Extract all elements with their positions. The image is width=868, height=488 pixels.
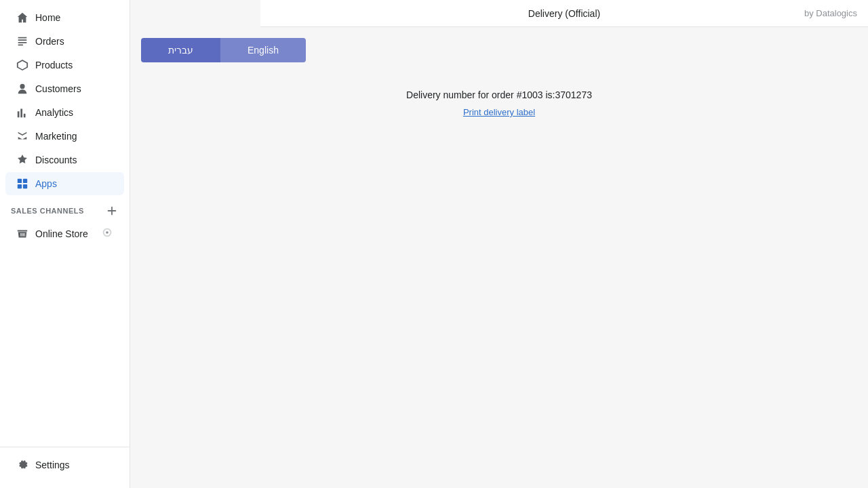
sidebar-item-settings-label: Settings [35, 460, 70, 470]
sidebar-item-orders-label: Orders [35, 36, 64, 47]
hebrew-button[interactable]: עברית [141, 38, 220, 62]
svg-point-4 [106, 231, 108, 234]
sidebar-item-discounts[interactable]: Discounts [5, 148, 124, 171]
language-buttons: עברית English [141, 38, 857, 62]
orders-icon [16, 35, 28, 47]
online-store-icon [16, 228, 28, 240]
delivery-number-text: Delivery number for order #1003 is:37012… [141, 89, 857, 100]
home-icon [16, 12, 28, 24]
sidebar-item-marketing[interactable]: Marketing [5, 125, 124, 148]
online-store-settings-icon[interactable] [101, 226, 113, 241]
svg-rect-1 [23, 179, 27, 183]
add-channel-button[interactable] [105, 204, 119, 218]
sidebar-item-products[interactable]: Products [5, 54, 124, 77]
apps-icon [16, 178, 28, 190]
sidebar-item-orders[interactable]: Orders [5, 30, 124, 53]
print-delivery-label-link[interactable]: Print delivery label [463, 107, 535, 117]
sidebar-item-settings[interactable]: Settings [5, 453, 124, 476]
sidebar-item-apps-label: Apps [35, 178, 57, 189]
svg-rect-2 [18, 184, 22, 188]
sidebar-item-home-label: Home [35, 12, 60, 23]
sidebar-item-analytics-label: Analytics [35, 107, 73, 118]
sidebar-item-home[interactable]: Home [5, 6, 124, 29]
products-icon [16, 59, 28, 71]
analytics-icon [16, 106, 28, 119]
online-store-label: Online Store [35, 228, 88, 239]
sidebar-item-apps[interactable]: Apps [5, 172, 124, 195]
settings-icon [16, 459, 28, 471]
main-area: Delivery (Official) by Datalogics עברית … [130, 0, 868, 488]
sidebar-item-discounts-label: Discounts [35, 155, 77, 165]
sales-channels-section: SALES CHANNELS [0, 196, 130, 220]
svg-rect-0 [18, 179, 22, 183]
sidebar-item-marketing-label: Marketing [35, 131, 77, 142]
sidebar-channel-online-store[interactable]: Online Store [5, 221, 124, 246]
customers-icon [16, 83, 28, 95]
delivery-info: Delivery number for order #1003 is:37012… [141, 89, 857, 118]
marketing-icon [16, 130, 28, 142]
sales-channels-label: SALES CHANNELS [11, 207, 84, 215]
english-button[interactable]: English [220, 38, 306, 62]
top-bar: Delivery (Official) by Datalogics [260, 0, 868, 27]
sidebar-bottom: Settings [0, 447, 130, 488]
sidebar-item-customers[interactable]: Customers [5, 77, 124, 100]
sidebar-item-customers-label: Customers [35, 83, 81, 94]
discounts-icon [16, 154, 28, 166]
sidebar-item-analytics[interactable]: Analytics [5, 101, 124, 124]
content-wrapper: עברית English Delivery number for order … [130, 27, 868, 488]
credit-text: by Datalogics [804, 8, 857, 18]
sidebar: Home Orders Products Customers [0, 0, 130, 488]
sidebar-item-products-label: Products [35, 60, 73, 70]
svg-rect-3 [23, 184, 27, 188]
sidebar-nav: Home Orders Products Customers [0, 0, 130, 447]
page-title: Delivery (Official) [528, 8, 600, 19]
